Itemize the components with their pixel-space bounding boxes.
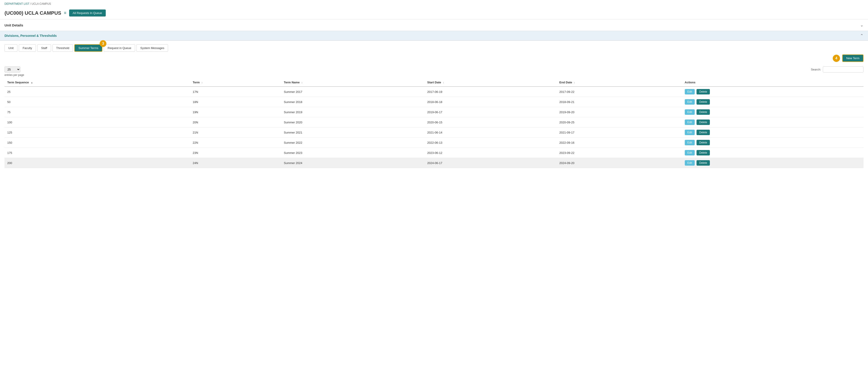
cell-term-sequence: 75 bbox=[4, 107, 190, 117]
edit-button[interactable]: Edit bbox=[685, 109, 695, 115]
terms-table: Term Sequence ▲ Term ↕ Term Name ↕ Start… bbox=[4, 78, 864, 168]
cell-term: 18N bbox=[190, 97, 281, 107]
tabs-container: Unit Faculty Staff Threshold Summer Term… bbox=[4, 44, 864, 52]
page-title: (UC000) UCLA CAMPUS bbox=[4, 10, 61, 16]
cell-term-sequence: 150 bbox=[4, 137, 190, 148]
col-header-end-date[interactable]: End Date ↕ bbox=[557, 78, 682, 87]
unit-details-section: Unit Details ⌄ bbox=[0, 19, 868, 31]
cell-term-name: Summer 2022 bbox=[281, 137, 425, 148]
cell-term: 22N bbox=[190, 137, 281, 148]
tab-staff[interactable]: Staff bbox=[37, 44, 51, 52]
table-row: 125 21N Summer 2021 2021-06-14 2021-09-1… bbox=[4, 127, 864, 137]
col-header-term[interactable]: Term ↕ bbox=[190, 78, 281, 87]
tab-request-in-queue[interactable]: Request in Queue bbox=[104, 44, 135, 52]
cell-term-name: Summer 2020 bbox=[281, 117, 425, 127]
unit-details-chevron-icon[interactable]: ⌄ bbox=[860, 23, 864, 28]
cell-actions: Edit Delete bbox=[682, 87, 864, 97]
divisions-subsection: Divisions, Personnel & Thresholds ⌃ bbox=[0, 31, 868, 41]
cell-term-sequence: 50 bbox=[4, 97, 190, 107]
cell-term: 21N bbox=[190, 127, 281, 137]
sort-icon-term-sequence: ▲ bbox=[31, 81, 33, 84]
cell-end-date: 2019-09-20 bbox=[557, 107, 682, 117]
table-row: 200 24N Summer 2024 2024-06-17 2024-09-2… bbox=[4, 158, 864, 168]
per-page-select[interactable]: 10 25 50 100 bbox=[4, 66, 20, 72]
delete-button[interactable]: Delete bbox=[696, 120, 710, 125]
sort-icon-term: ↕ bbox=[202, 81, 203, 84]
table-row: 75 19N Summer 2019 2019-06-17 2019-09-20… bbox=[4, 107, 864, 117]
edit-button[interactable]: Edit bbox=[685, 89, 695, 94]
delete-button[interactable]: Delete bbox=[696, 140, 710, 145]
sort-icon-end-date: ↕ bbox=[574, 81, 575, 84]
tab-unit[interactable]: Unit bbox=[4, 44, 18, 52]
cell-start-date: 2023-06-12 bbox=[425, 148, 557, 158]
tab-faculty[interactable]: Faculty bbox=[19, 44, 36, 52]
cell-term-name: Summer 2018 bbox=[281, 97, 425, 107]
sort-icon-term-name: ↕ bbox=[301, 81, 303, 84]
table-row: 50 18N Summer 2018 2018-06-18 2018-09-21… bbox=[4, 97, 864, 107]
cell-term-name: Summer 2017 bbox=[281, 87, 425, 97]
new-term-wrapper: 4 New Term bbox=[833, 55, 864, 62]
edit-button[interactable]: Edit bbox=[685, 160, 695, 166]
cell-end-date: 2018-09-21 bbox=[557, 97, 682, 107]
cell-end-date: 2020-09-25 bbox=[557, 117, 682, 127]
edit-button[interactable]: Edit bbox=[685, 150, 695, 155]
tab-threshold[interactable]: Threshold bbox=[53, 44, 73, 52]
breadcrumb-parent-link[interactable]: DEPARTMENT LIST bbox=[4, 2, 29, 5]
cell-term: 20N bbox=[190, 117, 281, 127]
cell-actions: Edit Delete bbox=[682, 158, 864, 168]
cell-start-date: 2020-06-15 bbox=[425, 117, 557, 127]
edit-button[interactable]: Edit bbox=[685, 99, 695, 105]
search-input[interactable] bbox=[823, 66, 864, 72]
tab-summer-terms[interactable]: Summer Terms bbox=[74, 44, 102, 52]
cell-start-date: 2021-06-14 bbox=[425, 127, 557, 137]
cell-term-sequence: 200 bbox=[4, 158, 190, 168]
new-term-button[interactable]: New Term bbox=[842, 55, 864, 62]
search-area: Search: bbox=[811, 66, 864, 72]
divisions-chevron-up-icon[interactable]: ⌃ bbox=[860, 33, 864, 38]
delete-button[interactable]: Delete bbox=[696, 89, 710, 94]
search-label: Search: bbox=[811, 68, 821, 71]
table-wrapper: Term Sequence ▲ Term ↕ Term Name ↕ Start… bbox=[0, 78, 868, 168]
tabs-area: Unit Faculty Staff Threshold Summer Term… bbox=[0, 41, 868, 52]
cell-term: 23N bbox=[190, 148, 281, 158]
divisions-subsection-title[interactable]: Divisions, Personnel & Thresholds bbox=[4, 34, 57, 37]
breadcrumb-current: UCLA CAMPUS bbox=[32, 2, 51, 5]
col-header-start-date[interactable]: Start Date ↕ bbox=[425, 78, 557, 87]
col-header-term-sequence[interactable]: Term Sequence ▲ bbox=[4, 78, 190, 87]
col-header-actions: Actions bbox=[682, 78, 864, 87]
delete-button[interactable]: Delete bbox=[696, 130, 710, 135]
cell-start-date: 2024-06-17 bbox=[425, 158, 557, 168]
cell-actions: Edit Delete bbox=[682, 148, 864, 158]
cell-start-date: 2022-06-13 bbox=[425, 137, 557, 148]
cell-start-date: 2018-06-18 bbox=[425, 97, 557, 107]
cell-end-date: 2022-09-16 bbox=[557, 137, 682, 148]
cell-term-name: Summer 2019 bbox=[281, 107, 425, 117]
all-requests-queue-button[interactable]: All Requests In Queue bbox=[69, 9, 106, 17]
new-term-badge-4: 4 bbox=[833, 55, 840, 62]
delete-button[interactable]: Delete bbox=[696, 99, 710, 105]
pagination-search-row: 10 25 50 100 entries per page Search: bbox=[0, 65, 868, 78]
delete-button[interactable]: Delete bbox=[696, 109, 710, 115]
delete-button[interactable]: Delete bbox=[696, 150, 710, 155]
cell-term-sequence: 25 bbox=[4, 87, 190, 97]
edit-button[interactable]: Edit bbox=[685, 140, 695, 145]
edit-button[interactable]: Edit bbox=[685, 120, 695, 125]
cell-start-date: 2017-06-19 bbox=[425, 87, 557, 97]
cell-term: 19N bbox=[190, 107, 281, 117]
filter-icon[interactable]: ≡ bbox=[64, 11, 66, 15]
edit-button[interactable]: Edit bbox=[685, 130, 695, 135]
sort-icon-start-date: ↕ bbox=[443, 81, 444, 84]
cell-term-name: Summer 2024 bbox=[281, 158, 425, 168]
col-header-term-name[interactable]: Term Name ↕ bbox=[281, 78, 425, 87]
cell-term: 24N bbox=[190, 158, 281, 168]
cell-term-sequence: 125 bbox=[4, 127, 190, 137]
tab-system-messages[interactable]: System Messages bbox=[136, 44, 168, 52]
per-page-label: entries per page bbox=[4, 73, 24, 76]
cell-start-date: 2019-06-17 bbox=[425, 107, 557, 117]
table-row: 175 23N Summer 2023 2023-06-12 2023-09-2… bbox=[4, 148, 864, 158]
cell-end-date: 2023-09-22 bbox=[557, 148, 682, 158]
breadcrumb-separator: / bbox=[30, 2, 32, 5]
cell-term-sequence: 175 bbox=[4, 148, 190, 158]
cell-end-date: 2017-09-22 bbox=[557, 87, 682, 97]
delete-button[interactable]: Delete bbox=[696, 160, 710, 166]
